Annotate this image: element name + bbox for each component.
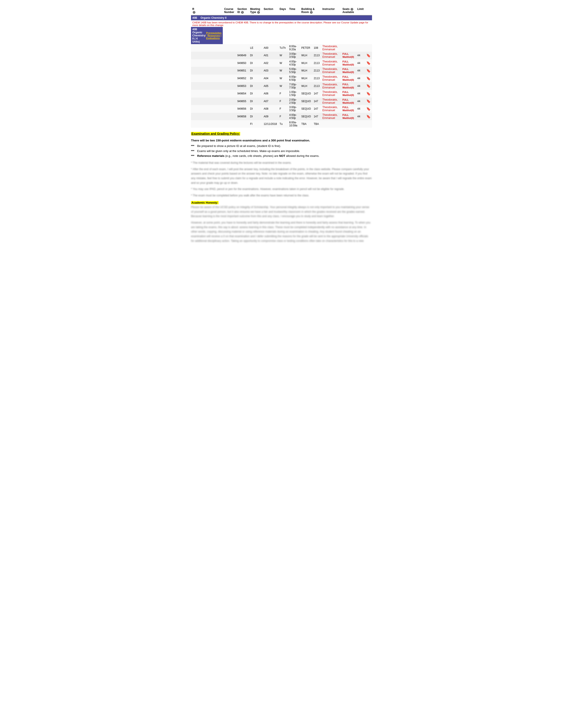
th-building-room: Building & Room i: [300, 7, 321, 15]
limit-cell: [356, 44, 365, 52]
table-cell: [223, 75, 236, 82]
instructor-link[interactable]: Theodorakis, Emmanuel: [322, 90, 338, 97]
limit-cell: 44: [356, 75, 365, 82]
instructor-link[interactable]: Theodorakis, Emmanuel: [322, 60, 338, 66]
blurred-paragraph: * The exam must be completed before you …: [191, 193, 372, 198]
building-info-icon[interactable]: i: [310, 11, 313, 14]
table-cell: [191, 120, 223, 128]
instructor-cell: [321, 120, 341, 128]
table-cell: DI: [249, 75, 262, 82]
seats-status: FULLWaitlist(0): [343, 114, 354, 119]
table-header-row: R i Course Number Section ID i Meeting T…: [191, 7, 372, 15]
instructor-link[interactable]: Theodorakis, Emmanuel: [322, 45, 338, 51]
table-cell: [236, 44, 249, 52]
blurred-paragraph: * After the end of each exam, I will pos…: [191, 167, 372, 185]
table-cell: WLH: [300, 75, 313, 82]
seats-info-icon[interactable]: i: [351, 8, 353, 11]
table-cell: 949649: [236, 52, 249, 59]
table-cell: [191, 105, 223, 113]
bookmark-icon[interactable]: 🔖: [366, 69, 371, 73]
table-cell: SEQUO: [300, 98, 313, 105]
seats-status: FULLWaitlist(0): [343, 68, 354, 73]
prereq-links: Prerequisites | Resources | Evaluations: [205, 32, 222, 39]
table-cell: 949658: [236, 113, 249, 120]
table-cell: 2113: [313, 82, 321, 90]
evaluations-link[interactable]: Evaluations: [206, 37, 220, 39]
instructor-link[interactable]: Theodorakis, Emmanuel: [322, 98, 338, 104]
table-row: 949652DIA04W6:00p-6:50pWLH2113Theodoraki…: [191, 75, 372, 82]
th-section-id: Section ID i: [236, 7, 249, 15]
table-cell: 4:00p-4:50p: [288, 59, 300, 67]
waitlist-status: Waitlist(0): [343, 109, 354, 112]
waitlist-status: Waitlist(0): [343, 101, 354, 104]
star-line-3: *** Reference materials (e.g., note card…: [191, 154, 372, 158]
instructor-cell: Theodorakis, Emmanuel: [321, 59, 341, 67]
instructor-link[interactable]: Theodorakis, Emmanuel: [322, 83, 338, 89]
table-cell: [191, 67, 223, 75]
bookmark-icon[interactable]: 🔖: [366, 77, 371, 80]
table-cell: [191, 113, 223, 120]
bookmark-cell: 🔖: [365, 75, 372, 82]
table-cell: A00: [262, 44, 278, 52]
table-cell: SEQUO: [300, 90, 313, 98]
bookmark-icon[interactable]: 🔖: [366, 54, 371, 57]
bookmark-icon[interactable]: 🔖: [366, 92, 371, 96]
instructor-link[interactable]: Theodorakis, Emmanuel: [322, 75, 338, 81]
instructor-link[interactable]: Theodorakis, Emmanuel: [322, 106, 338, 112]
prerequisites-link[interactable]: Prerequisites: [206, 32, 222, 34]
table-cell: [223, 44, 236, 52]
course-40b-header-row: 40B Organic Chemistry II: [191, 15, 372, 20]
table-row: 949653DIA05W7:00p-7:50pWLH2113Theodoraki…: [191, 82, 372, 90]
table-cell: 949653: [236, 82, 249, 90]
table-cell: WLH: [300, 52, 313, 59]
waitlist-status: Waitlist(0): [343, 94, 354, 96]
bookmark-icon[interactable]: 🔖: [366, 99, 371, 103]
waitlist-status: Waitlist(0): [343, 71, 354, 73]
course-header-cell: 40B Organic Chemistry II ( 4 Units) Prer…: [191, 27, 223, 44]
blurred-section-1: * The material that was covered during t…: [191, 161, 372, 198]
resources-link[interactable]: Resources: [207, 34, 220, 37]
table-cell: 1:00p-1:50p: [288, 90, 300, 98]
table-row: FI12/11/2018Tu8:00a-10:59aTBATBA: [191, 120, 372, 128]
limit-cell: 44: [356, 82, 365, 90]
bookmark-cell: 🔖: [365, 82, 372, 90]
table-cell: A03: [262, 67, 278, 75]
instructor-cell: Theodorakis, Emmanuel: [321, 98, 341, 105]
table-row: 949656DIA08F3:00p-3:50pSEQUO147Theodorak…: [191, 105, 372, 113]
table-cell: 147: [313, 98, 321, 105]
instructor-link[interactable]: Theodorakis, Emmanuel: [322, 52, 338, 58]
th-r: R i: [191, 7, 223, 15]
instructor-link[interactable]: Theodorakis, Emmanuel: [322, 113, 338, 120]
blurred-paragraph: * You may use IPAD, pencil or pen for th…: [191, 187, 372, 191]
table-cell: 949652: [236, 75, 249, 82]
table-cell: DI: [249, 82, 262, 90]
table-cell: TBA: [300, 120, 313, 128]
bookmark-icon[interactable]: 🔖: [366, 115, 371, 118]
star-line-1: *** Be prepared to show a picture ID at …: [191, 144, 372, 148]
table-cell: [191, 82, 223, 90]
table-cell: [223, 98, 236, 105]
instructor-link[interactable]: Theodorakis, Emmanuel: [322, 68, 338, 74]
table-row: 949654DIA06F1:00p-1:50pSEQUO147Theodorak…: [191, 90, 372, 98]
bookmark-icon[interactable]: 🔖: [366, 84, 371, 88]
table-cell: A09: [262, 113, 278, 120]
section-id-info-icon[interactable]: i: [241, 11, 244, 14]
bookmark-cell: 🔖: [365, 59, 372, 67]
table-cell: [191, 75, 223, 82]
limit-cell: 44: [356, 67, 365, 75]
table-cell: [223, 113, 236, 120]
table-cell: 2113: [313, 75, 321, 82]
limit-cell: 44: [356, 113, 365, 120]
table-cell: DI: [249, 105, 262, 113]
bookmark-cell: [365, 120, 372, 128]
table-cell: DI: [249, 52, 262, 59]
table-cell: W: [278, 59, 288, 67]
table-cell: DI: [249, 59, 262, 67]
bookmark-icon[interactable]: 🔖: [366, 107, 371, 111]
meeting-type-info-icon[interactable]: i: [257, 11, 260, 14]
table-cell: [191, 52, 223, 59]
bookmark-icon[interactable]: 🔖: [366, 61, 371, 65]
table-cell: F: [278, 113, 288, 120]
r-info-icon[interactable]: i: [193, 11, 195, 14]
seats-cell: FULLWaitlist(0): [341, 105, 356, 113]
